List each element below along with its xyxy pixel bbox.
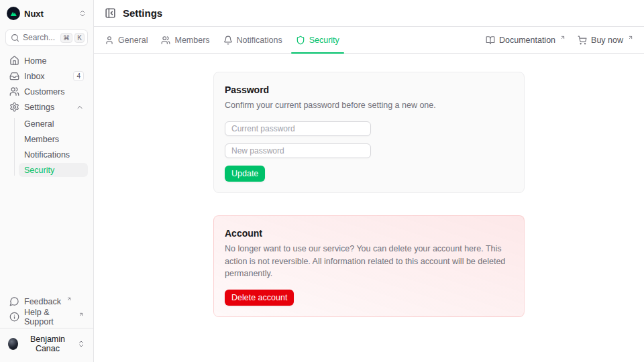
account-card-description: No longer want to use our service? You c…	[225, 243, 513, 280]
tab-members[interactable]: Members	[161, 27, 209, 53]
house-icon	[9, 56, 19, 66]
tab-label: Members	[174, 36, 209, 45]
sidebar-item-label: Help & Support	[24, 308, 73, 326]
kbd-meta: ⌘	[60, 33, 72, 43]
account-card-title: Account	[225, 228, 513, 239]
user-icon	[105, 36, 114, 45]
sidebar-user-section: Benjamin Canac	[0, 328, 93, 357]
sidebar-item-general[interactable]: General	[19, 117, 88, 131]
sidebar-item-label: Security	[24, 166, 54, 175]
header-links: Documentation Buy now	[486, 36, 633, 45]
search-input[interactable]: Search... ⌘ K	[5, 29, 88, 46]
sidebar-collapse-button[interactable]	[105, 7, 116, 19]
sidebar-item-label: Customers	[24, 87, 64, 97]
gear-icon	[9, 102, 19, 112]
new-password-field[interactable]	[225, 143, 371, 158]
sidebar-item-settings[interactable]: Settings	[5, 100, 88, 114]
sidebar-item-label: Settings	[24, 103, 54, 112]
password-card-title: Password	[225, 84, 513, 95]
inbox-icon	[9, 71, 19, 81]
sidebar-item-security[interactable]: Security	[19, 163, 88, 177]
chevrons-up-down-icon	[78, 9, 87, 17]
buy-now-link[interactable]: Buy now	[578, 36, 633, 45]
page-title: Settings	[123, 7, 162, 19]
inbox-count-badge: 4	[73, 71, 84, 81]
sidebar-item-label: Feedback	[24, 297, 61, 306]
tab-label: Security	[309, 36, 339, 45]
search-icon	[11, 34, 19, 42]
panel-left-close-icon	[105, 7, 116, 19]
sidebar-footer-nav: Feedback Help & Support	[5, 294, 88, 324]
sidebar-item-inbox[interactable]: Inbox 4	[5, 69, 88, 83]
link-label: Documentation	[499, 36, 555, 45]
tab-general[interactable]: General	[105, 27, 148, 53]
external-link-icon	[628, 35, 633, 40]
external-link-icon	[78, 312, 84, 317]
documentation-link[interactable]: Documentation	[486, 36, 566, 45]
info-circle-icon	[9, 312, 19, 322]
sidebar-item-label: General	[24, 119, 54, 129]
sidebar: Nuxt Search... ⌘ K Home Inbox 4	[0, 0, 94, 362]
tab-notifications[interactable]: Notifications	[223, 27, 282, 53]
password-card: Password Confirm your current password b…	[213, 72, 525, 193]
message-bubble-icon	[9, 296, 19, 306]
user-menu-button[interactable]: Benjamin Canac	[5, 333, 88, 355]
workspace-switcher[interactable]: Nuxt	[5, 5, 88, 21]
user-name: Benjamin Canac	[22, 335, 73, 353]
sidebar-item-feedback[interactable]: Feedback	[5, 294, 88, 308]
tab-security[interactable]: Security	[296, 27, 339, 53]
sidebar-item-label: Inbox	[24, 72, 45, 81]
password-card-description: Confirm your current password before set…	[225, 99, 513, 112]
external-link-icon	[66, 296, 72, 302]
account-card: Account No longer want to use our servic…	[213, 215, 525, 317]
avatar	[8, 338, 18, 350]
content-area: Password Confirm your current password b…	[94, 54, 644, 362]
nuxt-logo-icon	[7, 7, 20, 20]
chevron-up-icon	[76, 103, 84, 111]
sidebar-item-label: Members	[24, 135, 59, 144]
shopping-cart-icon	[578, 36, 587, 45]
sidebar-item-notifications[interactable]: Notifications	[19, 147, 88, 162]
tab-label: Notifications	[237, 36, 282, 45]
workspace-name: Nuxt	[24, 9, 44, 19]
bell-icon	[223, 36, 233, 45]
main-panel: Settings General Members Notifications S…	[94, 0, 644, 362]
kbd-k: K	[74, 33, 85, 43]
current-password-field[interactable]	[225, 121, 371, 136]
page-header: Settings	[94, 0, 644, 27]
sidebar-nav: Home Inbox 4 Customers Settings	[5, 54, 88, 177]
sidebar-item-label: Home	[24, 56, 46, 66]
link-label: Buy now	[591, 36, 623, 45]
sidebar-item-home[interactable]: Home	[5, 54, 88, 68]
settings-subnav: General Members Notifications Security	[14, 117, 88, 177]
update-password-button[interactable]: Update	[225, 166, 265, 182]
sidebar-spacer	[5, 177, 88, 294]
search-placeholder: Search...	[23, 33, 55, 42]
tab-label: General	[118, 36, 148, 45]
search-shortcut: ⌘ K	[60, 33, 85, 43]
users-icon	[161, 36, 170, 45]
chevrons-up-down-icon	[77, 340, 85, 348]
external-link-icon	[560, 35, 566, 40]
sidebar-item-members[interactable]: Members	[19, 132, 88, 146]
tab-bar: General Members Notifications Security	[94, 27, 644, 54]
users-icon	[9, 86, 19, 97]
sidebar-item-help-support[interactable]: Help & Support	[5, 310, 88, 324]
sidebar-item-customers[interactable]: Customers	[5, 84, 88, 99]
book-open-icon	[486, 36, 495, 45]
delete-account-button[interactable]: Delete account	[225, 290, 294, 306]
password-fields	[225, 121, 513, 158]
sidebar-item-label: Notifications	[24, 150, 70, 160]
shield-icon	[296, 36, 305, 45]
